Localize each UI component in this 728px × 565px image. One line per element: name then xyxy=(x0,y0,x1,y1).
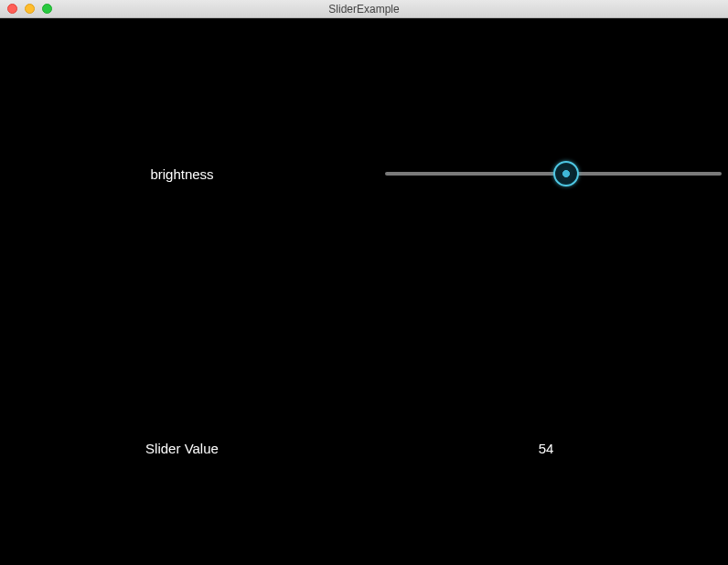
minimize-icon[interactable] xyxy=(25,4,35,14)
zoom-icon[interactable] xyxy=(42,4,52,14)
app-content: brightness Slider Value 54 xyxy=(0,18,728,565)
value-display-col: 54 xyxy=(364,441,728,456)
slider-label: brightness xyxy=(0,166,364,182)
close-icon[interactable] xyxy=(7,4,17,14)
slider-value: 54 xyxy=(539,441,554,456)
slider-row: brightness xyxy=(0,155,728,192)
window-title: SliderExample xyxy=(328,3,399,16)
slider-control-col xyxy=(364,161,728,187)
brightness-slider[interactable] xyxy=(385,161,722,187)
window-titlebar: SliderExample xyxy=(0,0,728,18)
value-row: Slider Value 54 xyxy=(0,430,728,466)
traffic-lights xyxy=(0,4,52,14)
slider-thumb[interactable] xyxy=(553,161,579,187)
value-label: Slider Value xyxy=(0,441,364,456)
